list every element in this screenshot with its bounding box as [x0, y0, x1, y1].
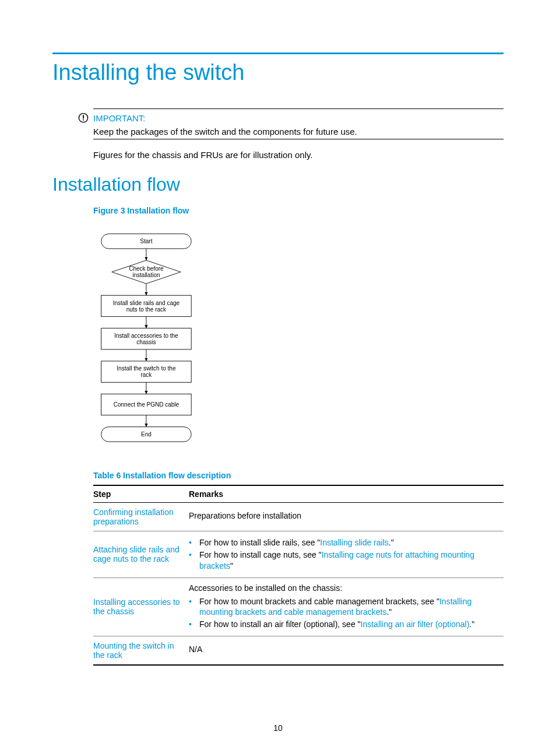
bullet-list: For how to install slide rails, see "Ins…: [189, 537, 501, 572]
remarks-lead: N/A: [189, 644, 501, 655]
svg-text:nuts to the rack: nuts to the rack: [126, 306, 167, 313]
page-title: Installing the switch: [52, 60, 504, 85]
svg-text:Install slide rails and cage: Install slide rails and cage: [113, 300, 180, 306]
svg-text:Check before: Check before: [129, 265, 164, 272]
remark-link[interactable]: Installing an air filter (optional): [361, 620, 470, 629]
table-caption: Table 6 Installation flow description: [93, 471, 504, 480]
important-label: IMPORTANT:: [93, 113, 145, 123]
table-row: Mounting the switch in the rackN/A: [93, 636, 504, 666]
flowchart-svg: StartCheck beforeinstallationInstall sli…: [93, 220, 210, 456]
page-number: 10: [0, 723, 556, 733]
svg-text:chassis: chassis: [136, 339, 156, 345]
remarks-cell: N/A: [189, 636, 504, 666]
step-link[interactable]: Confirming installation preparations: [93, 508, 174, 526]
bullet-item: For how to install an air filter (option…: [189, 619, 501, 630]
svg-text:Install accessories to the: Install accessories to the: [114, 332, 178, 339]
svg-rect-1: [83, 115, 84, 118]
svg-rect-2: [83, 120, 84, 121]
table-header-row: Step Remarks: [93, 485, 504, 503]
svg-text:Install the switch to the: Install the switch to the: [117, 365, 176, 372]
svg-text:Connect the PGND cable: Connect the PGND cable: [114, 401, 180, 408]
step-cell: Confirming installation preparations: [93, 503, 189, 531]
important-block: IMPORTANT: Keep the packages of the swit…: [93, 108, 504, 139]
installation-table: Step Remarks Confirming installation pre…: [93, 485, 504, 666]
remarks-lead: Accessories to be installed on the chass…: [189, 583, 501, 594]
important-text: Keep the packages of the switch and the …: [93, 127, 504, 136]
th-remarks: Remarks: [189, 485, 504, 503]
content-block: IMPORTANT: Keep the packages of the swit…: [93, 108, 504, 160]
step-cell: Attaching slide rails and cage nuts to t…: [93, 531, 189, 578]
step-link[interactable]: Installing accessories to the chassis: [93, 597, 180, 616]
bullet-list: For how to mount brackets and cable mana…: [189, 596, 501, 631]
bullet-item: For how to install cage nuts, see "Insta…: [189, 550, 501, 572]
step-cell: Installing accessories to the chassis: [93, 578, 189, 636]
top-rule: [52, 52, 504, 54]
remark-link[interactable]: Installing mounting brackets and cable m…: [199, 597, 471, 617]
flowchart: StartCheck beforeinstallationInstall sli…: [93, 220, 504, 456]
svg-text:installation: installation: [132, 272, 160, 278]
divider: [93, 108, 504, 109]
remarks-cell: For how to install slide rails, see "Ins…: [189, 531, 504, 578]
figure-caption: Figure 3 Installation flow: [93, 206, 504, 215]
table-row: Attaching slide rails and cage nuts to t…: [93, 531, 504, 578]
table-row: Installing accessories to the chassisAcc…: [93, 578, 504, 636]
remarks-lead: Preparations before installation: [189, 510, 501, 522]
remarks-cell: Preparations before installation: [189, 503, 504, 531]
remark-link[interactable]: Installing slide rails: [320, 538, 389, 547]
table-row: Confirming installation preparationsPrep…: [93, 503, 504, 531]
section-title: Installation flow: [52, 174, 504, 195]
svg-text:rack: rack: [140, 372, 152, 378]
important-icon: [78, 113, 89, 123]
svg-text:End: End: [141, 431, 152, 438]
svg-text:Start: Start: [140, 238, 152, 244]
remark-link[interactable]: Installing cage nuts for attaching mount…: [199, 550, 474, 570]
remarks-cell: Accessories to be installed on the chass…: [189, 578, 504, 636]
step-link[interactable]: Mounting the switch in the rack: [93, 641, 174, 660]
step-cell: Mounting the switch in the rack: [93, 636, 189, 666]
step-link[interactable]: Attaching slide rails and cage nuts to t…: [93, 545, 180, 564]
table-body: Confirming installation preparationsPrep…: [93, 503, 504, 666]
divider: [93, 139, 504, 139]
bullet-item: For how to install slide rails, see "Ins…: [189, 537, 501, 548]
th-step: Step: [93, 485, 189, 503]
page: Installing the switch IMPORTANT: Keep th…: [0, 0, 556, 756]
important-header: IMPORTANT:: [93, 113, 504, 123]
figure-block: Figure 3 Installation flow StartCheck be…: [93, 206, 504, 666]
body-note: Figures for the chassis and FRUs are for…: [93, 150, 504, 160]
bullet-item: For how to mount brackets and cable mana…: [189, 596, 501, 618]
